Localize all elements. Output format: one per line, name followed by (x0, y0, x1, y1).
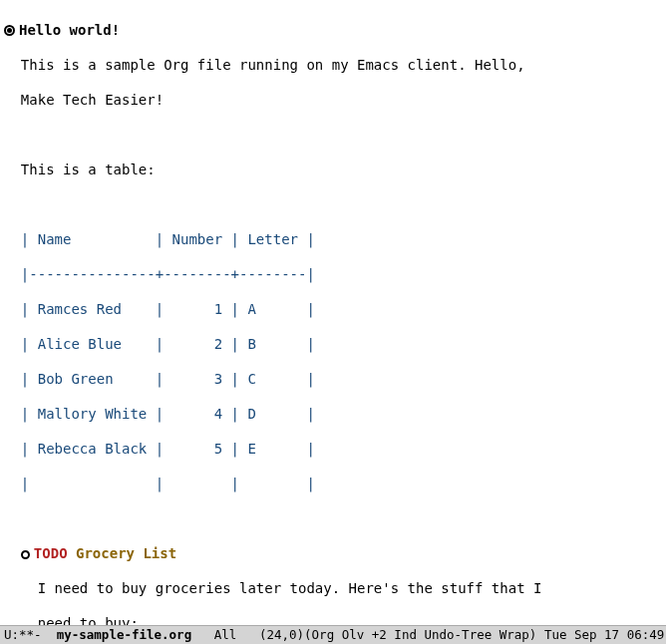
modeline-time: Tue Sep 17 06:49 (544, 627, 664, 642)
mode-line[interactable]: U:**- my-sample-file.org All (24,0) (Org… (0, 625, 666, 644)
bullet-level2-icon (21, 550, 30, 559)
emacs-buffer[interactable]: Hello world! This is a sample Org file r… (0, 0, 666, 644)
paragraph-line[interactable]: This is a table: (4, 161, 662, 179)
paragraph-line[interactable]: This is a sample Org file running on my … (4, 57, 662, 75)
modeline-filename: my-sample-file.org (57, 627, 191, 642)
table-separator: |---------------+--------+--------| (4, 266, 662, 284)
modeline-coords: (24,0) (259, 627, 304, 642)
heading-1[interactable]: Hello world! (4, 22, 662, 40)
table-row[interactable]: | Alice Blue | 2 | B | (4, 336, 662, 354)
blank-line (4, 510, 662, 528)
paragraph-line[interactable]: Make Tech Easier! (4, 92, 662, 110)
table-row[interactable]: | Ramces Red | 1 | A | (4, 301, 662, 319)
table-row[interactable]: | | | | (4, 476, 662, 493)
table-header[interactable]: | Name | Number | Letter | (4, 231, 662, 249)
heading-2-text: Grocery List (76, 545, 176, 561)
table-row[interactable]: | Bob Green | 3 | C | (4, 371, 662, 389)
todo-keyword: TODO (34, 545, 68, 561)
modeline-status: U:**- (4, 627, 42, 642)
modeline-left: U:**- my-sample-file.org All (24,0) (4, 626, 304, 644)
bullet-level1-icon (4, 25, 15, 36)
modeline-position: All (214, 627, 237, 642)
heading-2[interactable]: TODO Grocery List (4, 545, 662, 563)
paragraph-line[interactable]: I need to buy groceries later today. Her… (4, 580, 662, 598)
blank-line (4, 127, 662, 145)
table-row[interactable]: | Mallory White | 4 | D | (4, 406, 662, 424)
modeline-modes: (Org Olv +2 Ind Undo-Tree Wrap) (304, 627, 536, 642)
modeline-right: (Org Olv +2 Ind Undo-Tree Wrap) Tue Sep … (304, 626, 664, 644)
blank-line (4, 196, 662, 214)
heading-1-text: Hello world! (19, 22, 120, 38)
table-row[interactable]: | Rebecca Black | 5 | E | (4, 441, 662, 459)
